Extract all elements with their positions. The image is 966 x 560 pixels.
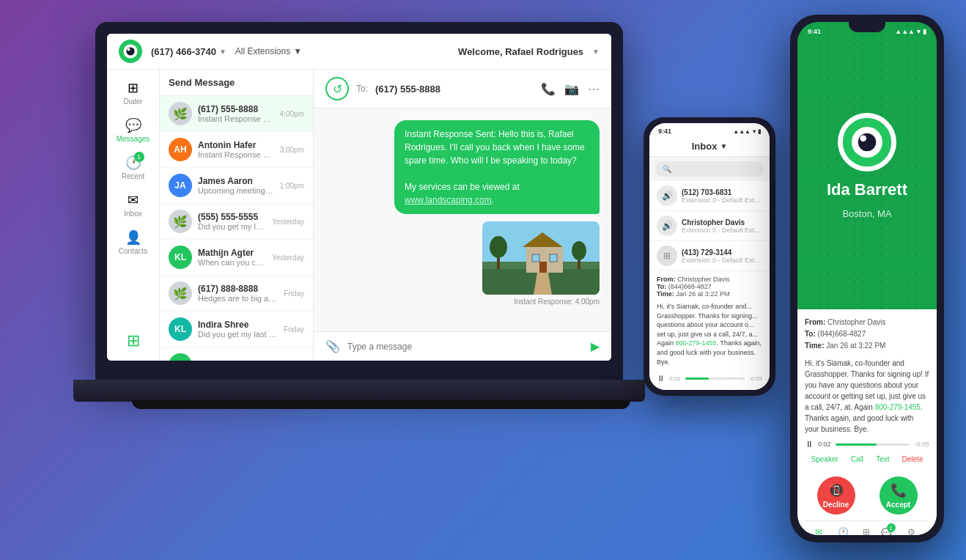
msg-preview-7: Did you get my last email?: [198, 330, 278, 339]
msg-time-6: Friday: [284, 290, 304, 298]
phone-right-screen: 9:41 ▲▲▲ ▾ ▮ Ida Barrett Boston, MA: [797, 22, 937, 535]
msg-preview-3: Upcoming meeting is on ...: [198, 186, 274, 195]
call-text-button[interactable]: Text: [876, 455, 889, 463]
call-progress-end: -0:05: [914, 441, 929, 448]
sidebar: ⊞ Dialer 💬 Messages 🕐 1 Recent: [107, 70, 160, 361]
message-item-7[interactable]: KL Indira Shree Did you get my last emai…: [160, 312, 313, 347]
message-item-4[interactable]: 🌿 (555) 555-5555 Did you get my last ema…: [160, 204, 313, 240]
vm-name-2: Christopher Davis: [682, 218, 762, 226]
inbox-header-label: Inbox: [692, 141, 718, 152]
msg-preview-5: When can you cut my grass t ...: [198, 258, 266, 267]
call-status-right: ▲▲▲ ▾ ▮: [895, 28, 926, 35]
call-phone-link[interactable]: 800-279-1455: [875, 403, 921, 411]
msg-time-2: 3:00pm: [280, 146, 304, 154]
msg-name-2: Antonin Hafer: [198, 140, 274, 150]
call-nav-inbox[interactable]: ✉ Inbox: [812, 527, 827, 535]
send-icon[interactable]: ▶: [591, 339, 600, 353]
extensions-label: All Extensions: [235, 46, 290, 56]
sidebar-item-extra[interactable]: ⊞: [111, 327, 155, 355]
messages-label: Messages: [117, 135, 150, 143]
selected-phone-number: (617) 466-3740: [151, 46, 216, 57]
vm-icon-2: 🔊: [657, 215, 677, 236]
phone-voicemail-item-3[interactable]: ⊞ (413) 729-3144 Extension 0 - Default E…: [649, 241, 770, 271]
signal-icon: ▲▲▲: [733, 128, 751, 135]
svg-point-2: [126, 47, 134, 55]
call-nav-settings-icon: ⚙: [907, 527, 915, 535]
call-status-time: 9:41: [808, 28, 821, 35]
call-call-button[interactable]: Call: [851, 455, 863, 463]
chat-messages: Instant Response Sent: Hello this is, Ra…: [314, 108, 611, 331]
message-item-1[interactable]: 🌿 (617) 555-8888 Instant Response Sent 4…: [160, 96, 313, 132]
vm-progress-bar[interactable]: [685, 377, 745, 380]
vm-info-3: (413) 729-3144 Extension 0 - Default Ext…: [682, 248, 762, 264]
call-pause-icon[interactable]: ⏸: [805, 439, 814, 449]
recent-badge: 1: [134, 152, 144, 162]
call-nav-recent-icon: 🕐: [838, 527, 849, 535]
phone-left-time: 9:41: [658, 128, 671, 135]
landscape-image: [482, 221, 600, 295]
user-menu-chevron[interactable]: ▼: [592, 48, 600, 56]
vm-transcript: Hi, it's Siamak, co-founder and... Grass…: [649, 299, 770, 369]
phone-left-search[interactable]: 🔍: [655, 161, 764, 177]
sidebar-item-contacts[interactable]: 👤 Contacts: [111, 225, 155, 259]
compose-icon[interactable]: ↺: [325, 77, 349, 100]
sidebar-item-inbox[interactable]: ✉ Inbox: [111, 188, 155, 222]
sidebar-item-recent[interactable]: 🕐 1 Recent: [111, 150, 155, 185]
call-nav-texts[interactable]: 💬 1 Texts: [880, 526, 893, 535]
vm-icon-1: 🔊: [657, 185, 677, 206]
decline-button[interactable]: 📵 Decline: [817, 476, 855, 515]
call-nav-settings[interactable]: ⚙ Settings: [902, 527, 923, 535]
msg-name-6: (617) 888-8888: [198, 284, 278, 294]
phone-voicemail-item-1[interactable]: 🔊 (512) 703-6831 Extension 0 - Default E…: [649, 181, 770, 211]
chat-input[interactable]: [347, 342, 583, 352]
message-item-6[interactable]: 🌿 (617) 888-8888 Hedges are to big and n…: [160, 276, 313, 312]
msg-info-2: Antonin Hafer Instant Response Sent: [198, 140, 274, 159]
avatar-3: JA: [169, 174, 192, 197]
call-status-bar: 9:41 ▲▲▲ ▾ ▮: [797, 22, 937, 35]
welcome-prefix: Welcome,: [458, 46, 502, 57]
image-message: Instant Response: 4:00pm: [482, 221, 600, 306]
message-item-8[interactable]: KL Abhoy Latif Thursday: [160, 347, 313, 361]
call-delete-button[interactable]: Delete: [902, 455, 923, 463]
phone-number-selector[interactable]: (617) 466-3740 ▼: [151, 46, 226, 57]
call-signal-icon: ▲▲▲: [895, 28, 915, 35]
more-options-icon[interactable]: ⋯: [588, 82, 600, 96]
call-buttons: 📵 Decline 📞 Accept: [805, 471, 929, 520]
call-bottom-nav: ✉ Inbox 🕐 Recent ⊞ Call 💬 1 Texts: [805, 520, 929, 535]
call-screen-bottom: From: Christopher Davis To: (844)668-482…: [797, 309, 937, 535]
msg-info-5: Mathijn Agter When can you cut my grass …: [198, 248, 266, 267]
video-icon[interactable]: 📷: [564, 82, 579, 96]
msg-preview-2: Instant Response Sent: [198, 150, 274, 159]
vm-pause-icon[interactable]: ⏸: [657, 374, 665, 383]
search-icon: 🔍: [663, 165, 671, 173]
extensions-selector[interactable]: All Extensions ▼: [235, 46, 302, 56]
msg-info-4: (555) 555-5555 Did you get my last email…: [198, 212, 266, 231]
phone-call-icon[interactable]: 📞: [541, 82, 556, 96]
msg-info-3: James Aaron Upcoming meeting is on ...: [198, 176, 274, 195]
welcome-message: Welcome, Rafael Rodrigues: [458, 46, 583, 57]
accept-button[interactable]: 📞 Accept: [880, 476, 918, 515]
phone-right: 9:41 ▲▲▲ ▾ ▮ Ida Barrett Boston, MA: [790, 15, 944, 542]
call-speaker-button[interactable]: Speaker: [811, 455, 838, 463]
message-item-2[interactable]: AH Antonin Hafer Instant Response Sent 3…: [160, 132, 313, 168]
landscape-link[interactable]: www.landscaping.com: [405, 195, 492, 205]
call-transcript: Hi, it's Siamak, co-founder and Grasshop…: [805, 358, 929, 435]
caller-name: Ida Barrett: [827, 180, 907, 199]
sidebar-item-dialer[interactable]: ⊞ Dialer: [111, 75, 155, 110]
vm-ext-1: Extension 0 - Default Ext...: [682, 196, 762, 204]
chat-header-actions: 📞 📷 ⋯: [541, 82, 600, 96]
vm-phone-link[interactable]: 800-279-1455: [676, 339, 717, 347]
sidebar-item-messages[interactable]: 💬 Messages: [111, 113, 155, 147]
msg-name-7: Indira Shree: [198, 320, 278, 330]
phone-voicemail-item-2[interactable]: 🔊 Christopher Davis Extension 0 - Defaul…: [649, 211, 770, 241]
message-item-5[interactable]: KL Mathijn Agter When can you cut my gra…: [160, 240, 313, 276]
call-progress-bar[interactable]: [836, 443, 910, 446]
vm-name-1: (512) 703-6831: [682, 188, 762, 196]
msg-time-7: Friday: [284, 325, 304, 334]
message-list: Send Message 🌿 (617) 555-8888 Instant Re…: [160, 70, 314, 361]
message-item-3[interactable]: JA James Aaron Upcoming meeting is on ..…: [160, 168, 313, 204]
call-nav-call[interactable]: ⊞ Call: [861, 527, 871, 535]
call-nav-recent[interactable]: 🕐 Recent: [834, 527, 852, 535]
attach-icon[interactable]: 📎: [325, 339, 340, 353]
user-name: Rafael Rodrigues: [505, 46, 583, 57]
